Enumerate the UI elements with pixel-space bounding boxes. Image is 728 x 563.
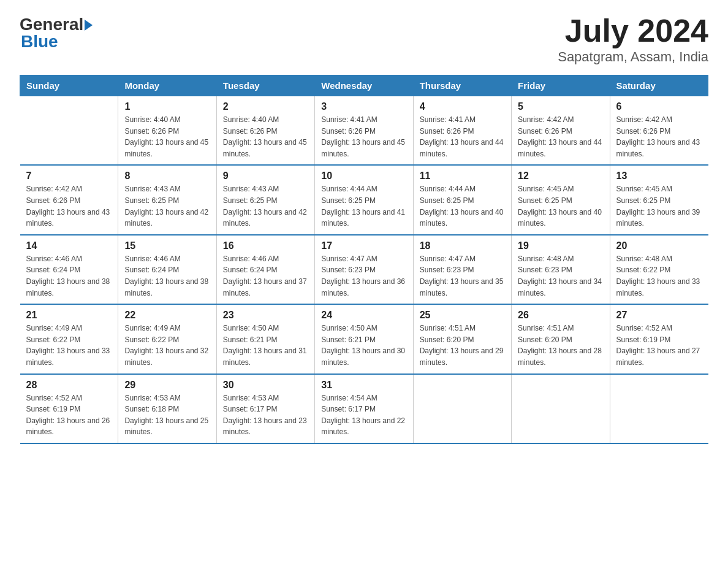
- table-row: [413, 374, 511, 443]
- day-info: Sunrise: 4:44 AMSunset: 6:25 PMDaylight:…: [321, 183, 406, 229]
- table-row: 24Sunrise: 4:50 AMSunset: 6:21 PMDayligh…: [315, 304, 413, 373]
- day-number: 6: [616, 101, 702, 112]
- col-monday: Monday: [118, 75, 216, 96]
- day-number: 14: [26, 240, 112, 251]
- day-info: Sunrise: 4:42 AMSunset: 6:26 PMDaylight:…: [616, 114, 702, 159]
- day-info: Sunrise: 4:49 AMSunset: 6:22 PMDaylight:…: [26, 323, 112, 368]
- table-row: 12Sunrise: 4:45 AMSunset: 6:25 PMDayligh…: [512, 165, 610, 234]
- day-info: Sunrise: 4:45 AMSunset: 6:25 PMDaylight:…: [616, 183, 702, 229]
- day-info: Sunrise: 4:47 AMSunset: 6:23 PMDaylight:…: [420, 253, 505, 299]
- table-row: 1Sunrise: 4:40 AMSunset: 6:26 PMDaylight…: [118, 96, 216, 166]
- day-number: 12: [518, 170, 603, 182]
- day-info: Sunrise: 4:43 AMSunset: 6:25 PMDaylight:…: [223, 183, 308, 229]
- day-info: Sunrise: 4:42 AMSunset: 6:26 PMDaylight:…: [518, 114, 603, 159]
- day-info: Sunrise: 4:51 AMSunset: 6:20 PMDaylight:…: [518, 323, 603, 368]
- table-row: [512, 374, 610, 443]
- table-row: 21Sunrise: 4:49 AMSunset: 6:22 PMDayligh…: [20, 304, 118, 373]
- day-number: 5: [518, 101, 603, 112]
- table-row: 23Sunrise: 4:50 AMSunset: 6:21 PMDayligh…: [216, 304, 314, 373]
- day-number: 26: [518, 310, 603, 321]
- table-row: 28Sunrise: 4:52 AMSunset: 6:19 PMDayligh…: [20, 374, 118, 443]
- calendar-table: Sunday Monday Tuesday Wednesday Thursday…: [20, 75, 708, 444]
- day-number: 27: [616, 310, 702, 321]
- day-number: 7: [26, 170, 112, 182]
- day-number: 30: [223, 380, 308, 391]
- table-row: 31Sunrise: 4:54 AMSunset: 6:17 PMDayligh…: [315, 374, 413, 443]
- calendar-header-row: Sunday Monday Tuesday Wednesday Thursday…: [20, 75, 708, 96]
- day-number: 21: [26, 310, 112, 321]
- day-info: Sunrise: 4:40 AMSunset: 6:26 PMDaylight:…: [124, 114, 210, 159]
- day-number: 2: [223, 101, 308, 112]
- day-number: 18: [420, 240, 505, 251]
- day-number: 13: [616, 170, 702, 182]
- table-row: 4Sunrise: 4:41 AMSunset: 6:26 PMDaylight…: [413, 96, 511, 166]
- table-row: 7Sunrise: 4:42 AMSunset: 6:26 PMDaylight…: [20, 165, 118, 234]
- table-row: 19Sunrise: 4:48 AMSunset: 6:23 PMDayligh…: [512, 235, 610, 304]
- table-row: 27Sunrise: 4:52 AMSunset: 6:19 PMDayligh…: [610, 304, 708, 373]
- table-row: 5Sunrise: 4:42 AMSunset: 6:26 PMDaylight…: [512, 96, 610, 166]
- table-row: 29Sunrise: 4:53 AMSunset: 6:18 PMDayligh…: [118, 374, 216, 443]
- col-friday: Friday: [512, 75, 610, 96]
- day-info: Sunrise: 4:44 AMSunset: 6:25 PMDaylight:…: [420, 183, 505, 229]
- day-info: Sunrise: 4:52 AMSunset: 6:19 PMDaylight:…: [616, 323, 702, 368]
- table-row: 2Sunrise: 4:40 AMSunset: 6:26 PMDaylight…: [216, 96, 314, 166]
- table-row: 17Sunrise: 4:47 AMSunset: 6:23 PMDayligh…: [315, 235, 413, 304]
- day-info: Sunrise: 4:45 AMSunset: 6:25 PMDaylight:…: [518, 183, 603, 229]
- day-info: Sunrise: 4:50 AMSunset: 6:21 PMDaylight:…: [321, 323, 406, 368]
- logo: General Blue: [20, 15, 93, 52]
- calendar-week-row: 1Sunrise: 4:40 AMSunset: 6:26 PMDaylight…: [20, 96, 708, 166]
- month-title: July 2024: [558, 15, 708, 47]
- day-info: Sunrise: 4:46 AMSunset: 6:24 PMDaylight:…: [223, 253, 308, 299]
- day-number: 19: [518, 240, 603, 251]
- calendar-week-row: 7Sunrise: 4:42 AMSunset: 6:26 PMDaylight…: [20, 165, 708, 234]
- table-row: 14Sunrise: 4:46 AMSunset: 6:24 PMDayligh…: [20, 235, 118, 304]
- table-row: 6Sunrise: 4:42 AMSunset: 6:26 PMDaylight…: [610, 96, 708, 166]
- table-row: 22Sunrise: 4:49 AMSunset: 6:22 PMDayligh…: [118, 304, 216, 373]
- table-row: 11Sunrise: 4:44 AMSunset: 6:25 PMDayligh…: [413, 165, 511, 234]
- day-info: Sunrise: 4:47 AMSunset: 6:23 PMDaylight:…: [321, 253, 406, 299]
- day-number: 10: [321, 170, 406, 182]
- day-number: 4: [420, 101, 505, 112]
- table-row: [610, 374, 708, 443]
- day-info: Sunrise: 4:41 AMSunset: 6:26 PMDaylight:…: [420, 114, 505, 159]
- table-row: 13Sunrise: 4:45 AMSunset: 6:25 PMDayligh…: [610, 165, 708, 234]
- location-title: Sapatgram, Assam, India: [558, 49, 708, 65]
- day-number: 31: [321, 380, 406, 391]
- day-number: 11: [420, 170, 505, 182]
- table-row: 15Sunrise: 4:46 AMSunset: 6:24 PMDayligh…: [118, 235, 216, 304]
- day-info: Sunrise: 4:53 AMSunset: 6:18 PMDaylight:…: [124, 393, 210, 438]
- table-row: 9Sunrise: 4:43 AMSunset: 6:25 PMDaylight…: [216, 165, 314, 234]
- day-number: 15: [124, 240, 210, 251]
- day-info: Sunrise: 4:49 AMSunset: 6:22 PMDaylight:…: [124, 323, 210, 368]
- day-number: 20: [616, 240, 702, 251]
- day-number: 22: [124, 310, 210, 321]
- col-saturday: Saturday: [610, 75, 708, 96]
- day-info: Sunrise: 4:40 AMSunset: 6:26 PMDaylight:…: [223, 114, 308, 159]
- col-wednesday: Wednesday: [315, 75, 413, 96]
- day-info: Sunrise: 4:48 AMSunset: 6:22 PMDaylight:…: [616, 253, 702, 299]
- day-number: 23: [223, 310, 308, 321]
- day-number: 3: [321, 101, 406, 112]
- day-number: 28: [26, 380, 112, 391]
- day-info: Sunrise: 4:41 AMSunset: 6:26 PMDaylight:…: [321, 114, 406, 159]
- col-sunday: Sunday: [20, 75, 118, 96]
- table-row: 20Sunrise: 4:48 AMSunset: 6:22 PMDayligh…: [610, 235, 708, 304]
- table-row: 16Sunrise: 4:46 AMSunset: 6:24 PMDayligh…: [216, 235, 314, 304]
- day-info: Sunrise: 4:52 AMSunset: 6:19 PMDaylight:…: [26, 393, 112, 438]
- col-thursday: Thursday: [413, 75, 511, 96]
- day-info: Sunrise: 4:46 AMSunset: 6:24 PMDaylight:…: [124, 253, 210, 299]
- day-info: Sunrise: 4:50 AMSunset: 6:21 PMDaylight:…: [223, 323, 308, 368]
- day-number: 8: [124, 170, 210, 182]
- day-info: Sunrise: 4:54 AMSunset: 6:17 PMDaylight:…: [321, 393, 406, 438]
- table-row: 3Sunrise: 4:41 AMSunset: 6:26 PMDaylight…: [315, 96, 413, 166]
- table-row: 25Sunrise: 4:51 AMSunset: 6:20 PMDayligh…: [413, 304, 511, 373]
- day-info: Sunrise: 4:42 AMSunset: 6:26 PMDaylight:…: [26, 183, 112, 229]
- day-number: 24: [321, 310, 406, 321]
- day-info: Sunrise: 4:46 AMSunset: 6:24 PMDaylight:…: [26, 253, 112, 299]
- table-row: 8Sunrise: 4:43 AMSunset: 6:25 PMDaylight…: [118, 165, 216, 234]
- table-row: 18Sunrise: 4:47 AMSunset: 6:23 PMDayligh…: [413, 235, 511, 304]
- calendar-week-row: 28Sunrise: 4:52 AMSunset: 6:19 PMDayligh…: [20, 374, 708, 443]
- table-row: [20, 96, 118, 166]
- day-number: 17: [321, 240, 406, 251]
- day-number: 25: [420, 310, 505, 321]
